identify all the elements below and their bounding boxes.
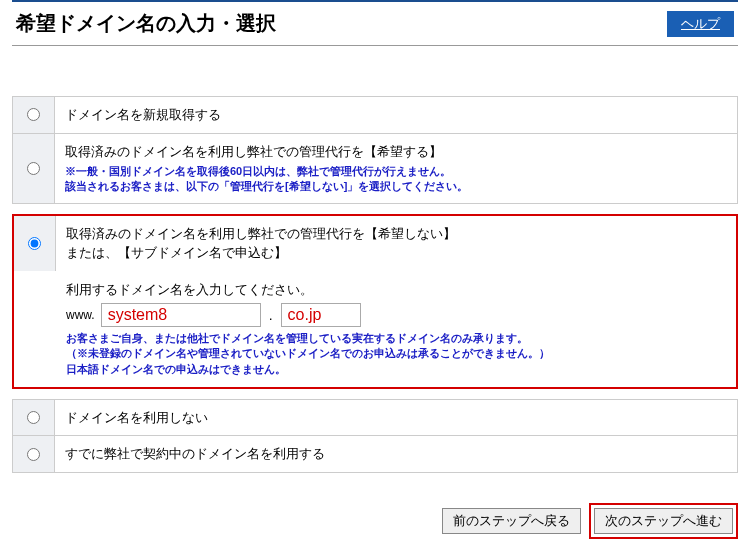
radio-no-manage[interactable] <box>28 237 41 250</box>
radio-existing-contract[interactable] <box>27 448 40 461</box>
option-label: ドメイン名を新規取得する <box>55 97 737 133</box>
domain-name-input[interactable] <box>101 303 261 327</box>
option-note: お客さまご自身、または他社でドメイン名を管理している実在するドメイン名のみ承りま… <box>66 331 726 377</box>
page-title: 希望ドメイン名の入力・選択 <box>16 10 276 37</box>
domain-input-section: 利用するドメイン名を入力してください。 www. . お客さまご自身、または他社… <box>14 271 736 387</box>
radio-new-domain[interactable] <box>27 108 40 121</box>
radio-wish-manage[interactable] <box>27 162 40 175</box>
option-label: 取得済みのドメイン名を利用し弊社での管理代行を【希望する】 ※一般・国別ドメイン… <box>55 134 737 203</box>
dot-separator: . <box>263 307 279 323</box>
radio-cell <box>14 216 56 271</box>
option-label: 取得済みのドメイン名を利用し弊社での管理代行を【希望しない】 または、【サブドメ… <box>56 216 736 271</box>
option-label-text: 取得済みのドメイン名を利用し弊社での管理代行を【希望する】 <box>65 142 727 162</box>
next-step-highlight: 次のステップへ進む <box>589 503 738 539</box>
step-button-row: 前のステップへ戻る 次のステップへ進む <box>12 503 738 539</box>
option-row-wish-manage: 取得済みのドメイン名を利用し弊社での管理代行を【希望する】 ※一般・国別ドメイン… <box>12 133 738 204</box>
input-prompt: 利用するドメイン名を入力してください。 <box>66 281 726 299</box>
option-label: ドメイン名を利用しない <box>55 400 737 436</box>
next-step-button[interactable]: 次のステップへ進む <box>594 508 733 534</box>
option-label-line2: または、【サブドメイン名で申込む】 <box>66 243 726 263</box>
note-line: 該当されるお客さまは、以下の「管理代行を[希望しない]」を選択してください。 <box>65 179 727 194</box>
option-row-no-manage-selected: 取得済みのドメイン名を利用し弊社での管理代行を【希望しない】 または、【サブドメ… <box>12 214 738 389</box>
help-button[interactable]: ヘルプ <box>667 11 734 37</box>
option-label: すでに弊社で契約中のドメイン名を利用する <box>55 436 737 472</box>
domain-option-form: ドメイン名を新規取得する 取得済みのドメイン名を利用し弊社での管理代行を【希望す… <box>12 96 738 473</box>
radio-cell <box>13 400 55 436</box>
prev-step-button[interactable]: 前のステップへ戻る <box>442 508 581 534</box>
radio-cell <box>13 436 55 472</box>
domain-tld-input[interactable] <box>281 303 361 327</box>
www-prefix: www. <box>66 308 95 322</box>
option-note: ※一般・国別ドメイン名を取得後60日以内は、弊社で管理代行が行えません。 該当さ… <box>65 164 727 195</box>
radio-no-domain[interactable] <box>27 411 40 424</box>
radio-cell <box>13 134 55 203</box>
domain-input-line: www. . <box>66 303 726 327</box>
option-row-no-domain: ドメイン名を利用しない <box>12 399 738 436</box>
option-row-existing-contract: すでに弊社で契約中のドメイン名を利用する <box>12 435 738 473</box>
option-label-line1: 取得済みのドメイン名を利用し弊社での管理代行を【希望しない】 <box>66 224 726 244</box>
note-line: ※一般・国別ドメイン名を取得後60日以内は、弊社で管理代行が行えません。 <box>65 164 727 179</box>
radio-cell <box>13 97 55 133</box>
option-row-new-domain: ドメイン名を新規取得する <box>12 96 738 133</box>
option-row-no-manage: 取得済みのドメイン名を利用し弊社での管理代行を【希望しない】 または、【サブドメ… <box>14 216 736 271</box>
note-line: 日本語ドメイン名での申込みはできません。 <box>66 362 726 377</box>
note-line: （※未登録のドメイン名や管理されていないドメイン名でのお申込みは承ることができま… <box>66 346 726 361</box>
note-line: お客さまご自身、または他社でドメイン名を管理している実在するドメイン名のみ承りま… <box>66 331 726 346</box>
